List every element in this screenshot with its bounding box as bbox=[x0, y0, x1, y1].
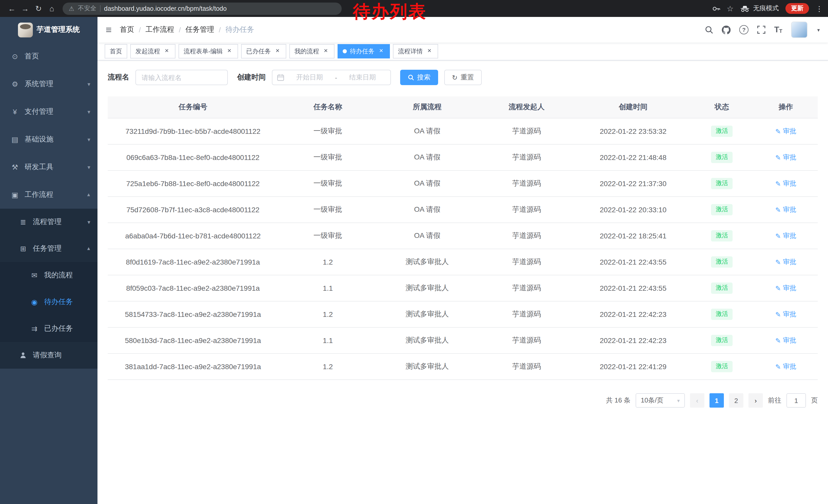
approve-button[interactable]: ✎ 审批 bbox=[775, 231, 796, 240]
security-label[interactable]: 不安全 bbox=[78, 4, 96, 13]
page-content: 流程名 创建时间 开始日期 - 结束日期 bbox=[97, 60, 828, 504]
help-icon[interactable]: ? bbox=[739, 25, 748, 34]
cell-create-time: 2022-01-22 21:37:30 bbox=[576, 171, 690, 197]
page-size-select[interactable]: 10条/页 ▾ bbox=[636, 393, 685, 408]
goto-page-input[interactable] bbox=[786, 393, 806, 408]
tab-process-detail[interactable]: 流程详情 × bbox=[393, 44, 438, 58]
cell-task-id: 069c6a63-7b8a-11ec-8ef0-acde48001122 bbox=[108, 144, 278, 171]
approve-button[interactable]: ✎ 审批 bbox=[775, 153, 796, 162]
browser-forward-button[interactable]: → bbox=[18, 0, 32, 17]
edit-icon: ✎ bbox=[775, 258, 781, 266]
approve-button[interactable]: ✎ 审批 bbox=[775, 179, 796, 188]
cell-starter: 芋道源码 bbox=[477, 327, 576, 354]
close-icon[interactable]: × bbox=[378, 48, 385, 55]
tab-home[interactable]: 首页 bbox=[105, 44, 127, 58]
browser-update-button[interactable]: 更新 bbox=[785, 3, 809, 14]
sidebar-item-done-tasks[interactable]: ⇉ 已办任务 bbox=[0, 315, 97, 342]
close-icon[interactable]: × bbox=[322, 48, 329, 55]
table-row: 73211d9d-7b9b-11ec-b5b7-acde48001122 一级审… bbox=[108, 118, 818, 144]
cell-create-time: 2022-01-21 22:42:23 bbox=[576, 301, 690, 327]
end-date-placeholder: 结束日期 bbox=[339, 73, 386, 82]
hamburger-icon[interactable]: ≡ bbox=[106, 25, 112, 35]
incognito-badge: 无痕模式 bbox=[740, 4, 779, 13]
status-badge: 激活 bbox=[711, 204, 733, 215]
edit-icon: ✎ bbox=[775, 206, 781, 214]
edit-icon: ✎ bbox=[775, 127, 781, 135]
sidebar-item-devtools[interactable]: ⚒ 研发工具 ▾ bbox=[0, 153, 97, 181]
sidebar-item-payment-management[interactable]: ¥ 支付管理 ▾ bbox=[0, 98, 97, 126]
prev-page-button[interactable]: ‹ bbox=[690, 393, 704, 408]
cell-task-id: a6aba0a4-7b6d-11ec-b781-acde48001122 bbox=[108, 223, 278, 249]
next-page-button[interactable]: › bbox=[748, 393, 763, 408]
browser-back-button[interactable]: ← bbox=[5, 0, 18, 17]
sidebar-item-workflow[interactable]: ▣ 工作流程 ▾ bbox=[0, 181, 97, 209]
close-icon[interactable]: × bbox=[163, 48, 170, 55]
cell-process: OA 请假 bbox=[378, 118, 477, 144]
font-size-icon[interactable]: TT bbox=[774, 26, 782, 34]
date-range-picker[interactable]: 开始日期 - 结束日期 bbox=[272, 70, 391, 85]
browser-menu-icon[interactable]: ⋮ bbox=[816, 4, 823, 12]
approve-button[interactable]: ✎ 审批 bbox=[775, 205, 796, 214]
bookmark-star-icon[interactable]: ☆ bbox=[727, 0, 734, 17]
search-icon[interactable] bbox=[705, 26, 713, 34]
tab-start-process[interactable]: 发起流程 × bbox=[130, 44, 175, 58]
table-row: 725a1eb6-7b88-11ec-8ef0-acde48001122 一级审… bbox=[108, 171, 818, 197]
calendar-icon bbox=[277, 74, 284, 81]
breadcrumb-task-management[interactable]: 任务管理 bbox=[185, 25, 214, 34]
dashboard-icon: ⊙ bbox=[10, 52, 19, 60]
sidebar-item-leave-query[interactable]: 请假查询 bbox=[0, 342, 97, 369]
close-icon[interactable]: × bbox=[226, 48, 233, 55]
sidebar-item-system-management[interactable]: ⚙ 系统管理 ▾ bbox=[0, 70, 97, 98]
breadcrumb-workflow[interactable]: 工作流程 bbox=[146, 25, 174, 34]
sidebar-item-process-management[interactable]: ≣ 流程管理 ▾ bbox=[0, 209, 97, 235]
tab-process-form-edit[interactable]: 流程表单-编辑 × bbox=[178, 44, 238, 58]
cell-task-name: 1.2 bbox=[278, 354, 378, 380]
chevron-down-icon: ▾ bbox=[87, 164, 90, 171]
github-icon[interactable] bbox=[722, 26, 731, 34]
cell-action: ✎ 审批 bbox=[754, 223, 818, 249]
page-button-2[interactable]: 2 bbox=[729, 393, 743, 408]
tab-my-process[interactable]: 我的流程 × bbox=[289, 44, 334, 58]
browser-reload-button[interactable]: ↻ bbox=[32, 0, 45, 17]
avatar-caret-icon: ▾ bbox=[817, 27, 820, 33]
tab-todo-tasks[interactable]: 待办任务 × bbox=[338, 44, 390, 58]
top-navbar: ≡ 首页 / 工作流程 / 任务管理 / 待办任务 bbox=[97, 17, 828, 43]
close-icon[interactable]: × bbox=[426, 48, 433, 55]
address-bar[interactable]: ⚠ 不安全 dashboard.yudao.iocoder.cn/bpm/tas… bbox=[63, 2, 342, 15]
sidebar-item-task-management[interactable]: ⊞ 任务管理 ▾ bbox=[0, 235, 97, 262]
cell-task-id: 381aa1dd-7ac8-11ec-a9e2-a2380e71991a bbox=[108, 354, 278, 380]
edit-icon: ✎ bbox=[775, 232, 781, 240]
sidebar-item-todo-tasks[interactable]: ◉ 待办任务 bbox=[0, 289, 97, 315]
app-logo[interactable]: 芋道管理系统 bbox=[0, 17, 97, 43]
refresh-icon: ↻ bbox=[452, 74, 458, 81]
approve-button[interactable]: ✎ 审批 bbox=[775, 310, 796, 319]
approve-button[interactable]: ✎ 审批 bbox=[775, 127, 796, 136]
search-button[interactable]: 搜索 bbox=[400, 70, 438, 85]
sidebar-item-home[interactable]: ⊙ 首页 bbox=[0, 43, 97, 70]
cell-starter: 芋道源码 bbox=[477, 144, 576, 171]
approve-button[interactable]: ✎ 审批 bbox=[775, 362, 796, 371]
key-icon[interactable] bbox=[712, 4, 720, 12]
pagination: 共 16 条 10条/页 ▾ ‹ 1 2 › 前往 页 bbox=[108, 393, 818, 423]
edit-icon: ✎ bbox=[775, 180, 781, 187]
user-avatar[interactable] bbox=[791, 21, 808, 38]
close-icon[interactable]: × bbox=[274, 48, 281, 55]
cell-starter: 芋道源码 bbox=[477, 275, 576, 301]
page-button-1[interactable]: 1 bbox=[709, 393, 724, 408]
fullscreen-icon[interactable] bbox=[757, 26, 765, 34]
approve-button[interactable]: ✎ 审批 bbox=[775, 336, 796, 345]
cell-process: 测试多审批人 bbox=[378, 354, 477, 380]
reset-button[interactable]: ↻ 重置 bbox=[444, 70, 482, 85]
sidebar-item-my-process[interactable]: ✉ 我的流程 bbox=[0, 262, 97, 289]
approve-button[interactable]: ✎ 审批 bbox=[775, 258, 796, 267]
approve-button[interactable]: ✎ 审批 bbox=[775, 283, 796, 293]
tab-done-tasks[interactable]: 已办任务 × bbox=[241, 44, 286, 58]
breadcrumb-home[interactable]: 首页 bbox=[120, 25, 134, 34]
process-name-input[interactable] bbox=[135, 70, 228, 85]
sidebar-item-infrastructure[interactable]: ▤ 基础设施 ▾ bbox=[0, 126, 97, 153]
cell-status: 激活 bbox=[690, 223, 754, 249]
chevron-up-icon: ▾ bbox=[87, 191, 90, 198]
cell-starter: 芋道源码 bbox=[477, 301, 576, 327]
browser-home-button[interactable]: ⌂ bbox=[45, 0, 58, 17]
cell-create-time: 2022-01-22 18:25:41 bbox=[576, 223, 690, 249]
